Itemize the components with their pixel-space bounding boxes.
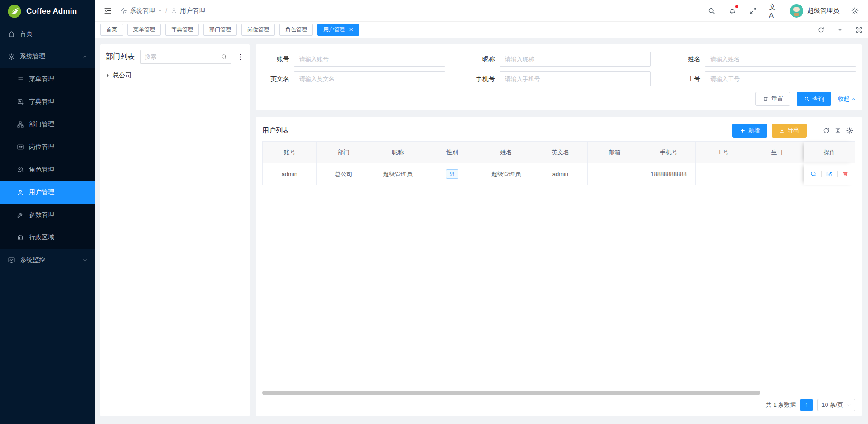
work-no-input[interactable] [705, 71, 856, 86]
fullscreen-icon[interactable] [748, 6, 758, 16]
avatar [790, 4, 803, 18]
add-user-button[interactable]: 新增 [732, 124, 767, 138]
edit-icon[interactable] [826, 171, 833, 178]
table-header-row: 账号 部门 昵称 性别 姓名 英文名 邮箱 手机号 工号 生日 操作 [263, 142, 855, 163]
field-english-name: 英文名 [261, 71, 445, 86]
monitor-icon [7, 256, 15, 264]
toolbar-divider [814, 127, 814, 134]
home-icon [7, 30, 15, 38]
page-size-select[interactable]: 10 条/页 [817, 399, 855, 411]
add-button-label: 新增 [748, 126, 760, 134]
field-label: 工号 [672, 75, 700, 83]
refresh-icon[interactable] [811, 22, 830, 38]
delete-icon[interactable] [842, 171, 849, 178]
column-header-nickname: 昵称 [371, 142, 425, 163]
menu-fold-button[interactable] [101, 5, 114, 17]
sidebar-item-admin-region[interactable]: 行政区域 [0, 226, 95, 249]
field-account: 账号 [261, 52, 445, 67]
column-header-account: 账号 [263, 142, 317, 163]
close-icon[interactable]: ✕ [349, 27, 353, 33]
tab-user-mgmt[interactable]: 用户管理 ✕ [317, 24, 359, 36]
field-label: 昵称 [467, 55, 495, 63]
field-name: 姓名 [672, 52, 856, 67]
sidebar-item-param-mgmt[interactable]: 参数管理 [0, 204, 95, 226]
tab-role-mgmt[interactable]: 角色管理 [279, 24, 313, 36]
horizontal-scrollbar [262, 390, 855, 395]
sidebar-item-user-mgmt[interactable]: 用户管理 [0, 181, 95, 204]
sidebar-item-label: 角色管理 [29, 166, 54, 174]
translate-icon[interactable]: 文A [769, 6, 779, 16]
user-list-title: 用户列表 [262, 126, 289, 135]
sidebar-item-label: 行政区域 [29, 233, 54, 242]
nickname-input[interactable] [500, 52, 651, 67]
settings-gear-icon[interactable] [850, 6, 860, 16]
tree-node-head-office[interactable]: 总公司 [107, 70, 243, 81]
more-options-icon[interactable]: ⋮ [237, 52, 244, 61]
user-menu[interactable]: 超级管理员 [790, 4, 839, 18]
cell-dept: 总公司 [317, 163, 371, 185]
caret-right-icon[interactable] [107, 74, 109, 77]
notification-bell-icon[interactable] [727, 6, 737, 16]
tab-post-mgmt[interactable]: 岗位管理 [241, 24, 275, 36]
tab-home[interactable]: 首页 [100, 24, 123, 36]
sidebar-item-menu-mgmt[interactable]: 菜单管理 [0, 68, 95, 91]
tab-dept-mgmt[interactable]: 部门管理 [203, 24, 237, 36]
column-header-name: 姓名 [479, 142, 533, 163]
user-list-header: 用户列表 新增 导出 [262, 120, 855, 140]
collapse-label: 收起 [838, 95, 849, 103]
sidebar-item-role-mgmt[interactable]: 角色管理 [0, 158, 95, 181]
id-badge-icon [16, 143, 24, 151]
sidebar-group-system[interactable]: 系统管理 [0, 45, 95, 68]
view-detail-icon[interactable] [810, 171, 817, 178]
filter-fields: 账号 昵称 姓名 英文名 [261, 52, 856, 86]
field-label: 姓名 [672, 55, 700, 63]
tree-node-label: 总公司 [113, 71, 132, 80]
query-button-label: 查询 [812, 95, 824, 103]
query-button[interactable]: 查询 [797, 92, 831, 106]
export-button[interactable]: 导出 [772, 124, 807, 138]
sidebar-item-dept-mgmt[interactable]: 部门管理 [0, 113, 95, 136]
phone-input[interactable] [500, 71, 651, 86]
cell-gender: 男 [425, 163, 479, 185]
field-work-no: 工号 [672, 71, 856, 86]
sidebar: Coffee Admin 首页 系统管理 菜单管理 [0, 0, 95, 424]
column-header-gender: 性别 [425, 142, 479, 163]
scrollbar-thumb[interactable] [262, 391, 760, 395]
name-input[interactable] [705, 52, 856, 67]
export-button-label: 导出 [788, 126, 799, 134]
breadcrumb: 系统管理 / 用户管理 [120, 7, 205, 15]
sidebar-item-post-mgmt[interactable]: 岗位管理 [0, 136, 95, 158]
department-search-button[interactable] [217, 50, 231, 64]
sidebar-group-label: 系统监控 [20, 256, 45, 264]
sidebar-item-dict-mgmt[interactable]: 字典管理 [0, 91, 95, 113]
roles-icon [16, 166, 24, 174]
search-icon [804, 96, 810, 102]
reset-button[interactable]: 重置 [755, 92, 790, 106]
chevron-down-icon[interactable] [830, 22, 849, 38]
maximize-icon[interactable] [849, 22, 868, 38]
breadcrumb-item-system[interactable]: 系统管理 [120, 7, 162, 15]
right-column: 账号 昵称 姓名 英文名 [256, 44, 862, 416]
search-icon[interactable] [707, 6, 717, 16]
cell-birthday [750, 163, 804, 185]
field-phone: 手机号 [467, 71, 651, 86]
column-settings-gear-icon[interactable] [844, 124, 855, 136]
collapse-filter-link[interactable]: 收起 [838, 95, 856, 103]
row-height-icon[interactable] [832, 124, 844, 136]
sidebar-item-home[interactable]: 首页 [0, 23, 95, 45]
refresh-icon[interactable] [820, 124, 832, 136]
account-input[interactable] [294, 52, 445, 67]
page-1-button[interactable]: 1 [800, 399, 813, 411]
gender-tag: 男 [446, 169, 458, 178]
tab-dict-mgmt[interactable]: 字典管理 [165, 24, 199, 36]
cell-email [588, 163, 642, 185]
tabbar: 首页 菜单管理 字典管理 部门管理 岗位管理 角色管理 用户管理 ✕ [95, 22, 868, 38]
department-search-input[interactable] [140, 50, 217, 64]
english-name-input[interactable] [294, 71, 445, 86]
tab-menu-mgmt[interactable]: 菜单管理 [127, 24, 161, 36]
sidebar-group-monitor[interactable]: 系统监控 [0, 249, 95, 272]
current-username: 超级管理员 [807, 7, 839, 15]
department-tree: 总公司 [106, 64, 244, 81]
gear-icon [7, 52, 15, 61]
breadcrumb-separator: / [165, 7, 167, 14]
